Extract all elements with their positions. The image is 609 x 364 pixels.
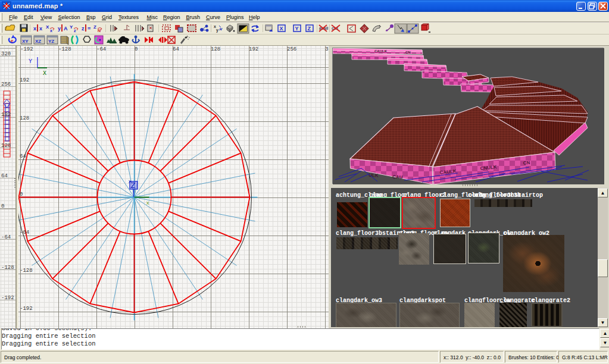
svg-text:CN: CN	[523, 160, 530, 166]
svg-text:Y: Y	[70, 24, 73, 30]
svg-text:X: X	[43, 70, 46, 77]
svg-text:Y: Y	[295, 26, 299, 32]
svg-text:y: y	[58, 26, 61, 32]
svg-text:x: x	[50, 29, 52, 33]
svg-text:v: v	[220, 26, 223, 32]
svg-text:e: e	[11, 38, 14, 43]
svg-text:x: x	[33, 26, 36, 32]
svg-text:x: x	[39, 26, 42, 32]
svg-text:N: N	[98, 29, 101, 33]
svg-text:CAULK: CAULK	[374, 49, 388, 53]
svg-text:X: X	[280, 26, 283, 32]
svg-text:XY: XY	[22, 39, 29, 44]
svg-text:Y: Y	[29, 58, 32, 65]
svg-text:CN: CN	[405, 51, 411, 54]
svg-text:YZ: YZ	[48, 39, 54, 44]
svg-text:A: A	[64, 26, 68, 32]
svg-text:X: X	[46, 24, 49, 30]
svg-text:z: z	[74, 29, 76, 33]
svg-text:XZ: XZ	[35, 39, 41, 44]
svg-text:x: x	[146, 200, 149, 206]
svg-text:Z: Z	[93, 24, 96, 30]
svg-text:CAU: CAU	[392, 174, 403, 180]
svg-text:y: y	[216, 28, 218, 33]
svg-text:Z: Z	[308, 26, 311, 32]
svg-text:z: z	[82, 26, 85, 32]
svg-text:=: =	[88, 26, 90, 32]
